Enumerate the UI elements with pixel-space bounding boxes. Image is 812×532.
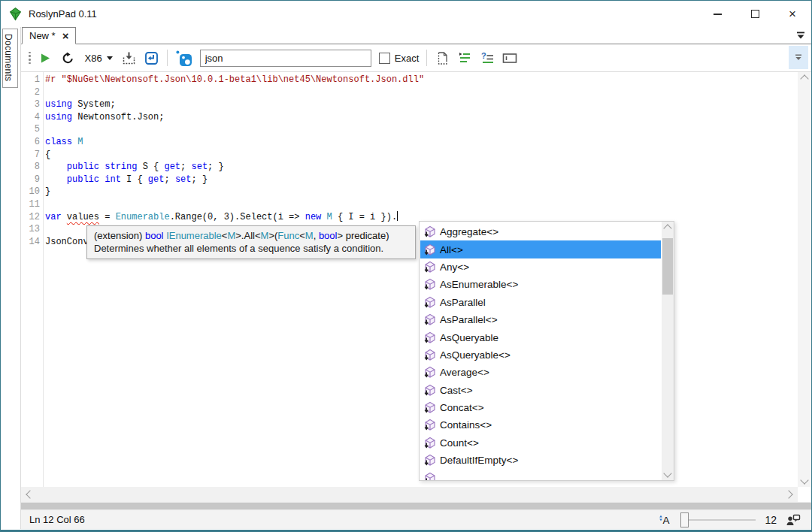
line-number: 9 xyxy=(21,174,43,186)
scroll-down-icon[interactable] xyxy=(663,469,671,477)
close-button[interactable]: × xyxy=(774,1,811,27)
package-install-button[interactable] xyxy=(122,48,137,68)
results-splitter[interactable] xyxy=(21,502,811,510)
code-editor[interactable]: 1234567891011121314 #r "$NuGet\Newtonsof… xyxy=(21,72,811,487)
tab-new[interactable]: New * × xyxy=(22,27,76,44)
completion-item[interactable]: AsParallel xyxy=(420,294,661,311)
completion-item[interactable]: Any<> xyxy=(420,258,661,276)
token: ; xyxy=(180,162,191,172)
token: = xyxy=(99,212,116,222)
toolbar-grip-handle[interactable] xyxy=(29,52,31,64)
scroll-up-icon[interactable] xyxy=(663,224,671,232)
tab-close-icon[interactable]: × xyxy=(62,30,69,41)
completion-item[interactable]: Cast<> xyxy=(420,382,661,399)
scroll-up-icon[interactable] xyxy=(800,74,808,83)
completion-item[interactable]: DefaultIfEmpty<> xyxy=(420,452,661,469)
completion-item-label: AsQueryable<> xyxy=(440,349,511,361)
nuget-button[interactable] xyxy=(175,48,192,68)
code-line[interactable] xyxy=(45,198,798,211)
token: { xyxy=(45,150,50,160)
title-bar: RoslynPad 0.11 × xyxy=(1,1,811,27)
token xyxy=(62,212,67,222)
exact-checkbox[interactable] xyxy=(379,53,390,64)
completion-item[interactable]: Contains<> xyxy=(420,416,661,434)
token: "$NuGet\Newtonsoft.Json\10.0.1-beta1\lib… xyxy=(62,74,424,85)
completion-item[interactable]: Aggregate<> xyxy=(420,223,661,240)
completion-item-label: DefaultIfEmpty<> xyxy=(440,455,518,466)
line-number: 10 xyxy=(21,186,43,198)
token: M xyxy=(77,137,83,147)
extension-method-icon xyxy=(423,454,436,467)
code-line[interactable]: { xyxy=(45,149,798,162)
editor-vertical-scrollbar[interactable] xyxy=(798,72,811,487)
token: #r xyxy=(45,74,62,85)
code-line[interactable]: using System; xyxy=(45,98,798,111)
slider-track xyxy=(680,519,756,521)
line-number: 12 xyxy=(21,211,43,224)
tab-list-dropdown-icon[interactable] xyxy=(795,30,807,41)
maximize-button[interactable] xyxy=(736,1,774,27)
completion-item[interactable]: Count<> xyxy=(420,434,661,452)
extension-method-icon xyxy=(423,313,436,326)
extension-method-icon xyxy=(423,419,436,431)
toolbar-overflow-icon xyxy=(794,53,803,62)
restart-icon xyxy=(62,52,74,65)
feedback-icon[interactable] xyxy=(786,513,801,527)
completion-item[interactable]: AsQueryable xyxy=(420,328,661,346)
token: Func xyxy=(277,230,299,241)
code-line[interactable]: public int I { get; set; } xyxy=(45,174,798,186)
platform-label: X86 xyxy=(85,53,102,64)
completion-item[interactable]: Average<> xyxy=(420,364,661,381)
platform-selector[interactable]: X86 xyxy=(83,53,114,64)
completion-scrollbar[interactable] xyxy=(662,222,674,480)
completion-item[interactable]: Concat<> xyxy=(420,399,661,416)
restart-host-button[interactable] xyxy=(61,48,76,68)
line-number: 8 xyxy=(21,161,43,174)
token: M xyxy=(227,230,235,241)
token: JsonConv xyxy=(45,237,89,247)
scroll-left-icon[interactable] xyxy=(26,490,34,498)
line-number-gutter: 1234567891011121314 xyxy=(21,72,43,487)
editor-horizontal-scrollbar[interactable] xyxy=(21,487,798,502)
code-line[interactable]: } xyxy=(45,186,798,198)
tooltip-description: Determines whether all elements of a seq… xyxy=(94,242,408,255)
font-size-slider[interactable] xyxy=(680,512,756,527)
completion-item-label: Count<> xyxy=(440,437,479,449)
token: set xyxy=(191,162,208,172)
token xyxy=(45,162,67,172)
completion-item[interactable]: AsParallel<> xyxy=(420,311,661,328)
format-lines-button[interactable] xyxy=(457,48,472,68)
toolbar-overflow-button[interactable] xyxy=(789,46,808,69)
completion-item[interactable]: AsQueryable<> xyxy=(420,346,661,364)
completion-item[interactable]: All<> xyxy=(420,240,661,258)
slider-thumb[interactable] xyxy=(680,512,689,527)
scroll-down-icon[interactable] xyxy=(800,476,808,484)
code-line[interactable]: #r "$NuGet\Newtonsoft.Json\10.0.1-beta1\… xyxy=(45,74,798,86)
nuget-search-input[interactable] xyxy=(200,50,371,67)
comment-help-button[interactable]: ? xyxy=(480,48,495,68)
add-document-button[interactable] xyxy=(435,48,450,68)
completion-item[interactable] xyxy=(420,469,661,480)
token: IEnumerable xyxy=(166,230,222,241)
code-line[interactable]: class M xyxy=(45,136,798,149)
token: set xyxy=(175,174,192,185)
code-line[interactable] xyxy=(45,123,798,136)
run-button[interactable] xyxy=(38,48,53,68)
extension-method-icon xyxy=(423,261,436,274)
code-line[interactable] xyxy=(45,86,798,99)
text-box-button[interactable] xyxy=(502,48,517,68)
token: class xyxy=(45,137,72,147)
format-document-button[interactable] xyxy=(144,48,159,68)
documents-panel-tab[interactable]: Documents xyxy=(2,29,18,88)
code-line[interactable]: using Newtonsoft.Json; xyxy=(45,111,798,124)
token: new xyxy=(305,212,322,222)
completion-item[interactable]: AsEnumerable<> xyxy=(420,276,661,293)
extension-method-icon xyxy=(423,296,436,309)
scrollbar-thumb[interactable] xyxy=(662,238,673,295)
scroll-right-icon[interactable] xyxy=(784,490,792,498)
token: System; xyxy=(72,99,116,110)
code-line[interactable]: public string S { get; set; } xyxy=(45,161,798,174)
token: >( xyxy=(268,230,277,241)
minimize-button[interactable] xyxy=(698,1,736,27)
font-size-icon: A xyxy=(658,513,671,527)
